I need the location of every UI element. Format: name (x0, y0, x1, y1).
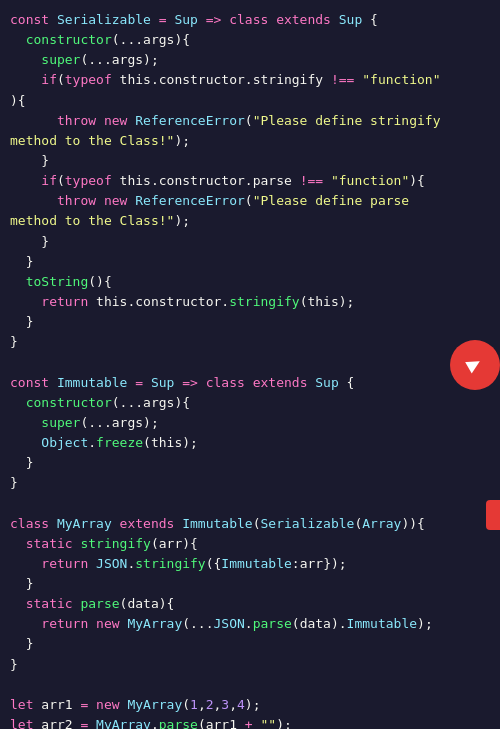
code-block: const Serializable = Sup => class extend… (0, 10, 500, 729)
code-editor: const Serializable = Sup => class extend… (0, 0, 500, 729)
arrow-symbol: ▶ (461, 347, 490, 383)
side-tab-icon[interactable] (486, 500, 500, 530)
play-arrow-icon[interactable]: ▶ (450, 340, 500, 390)
